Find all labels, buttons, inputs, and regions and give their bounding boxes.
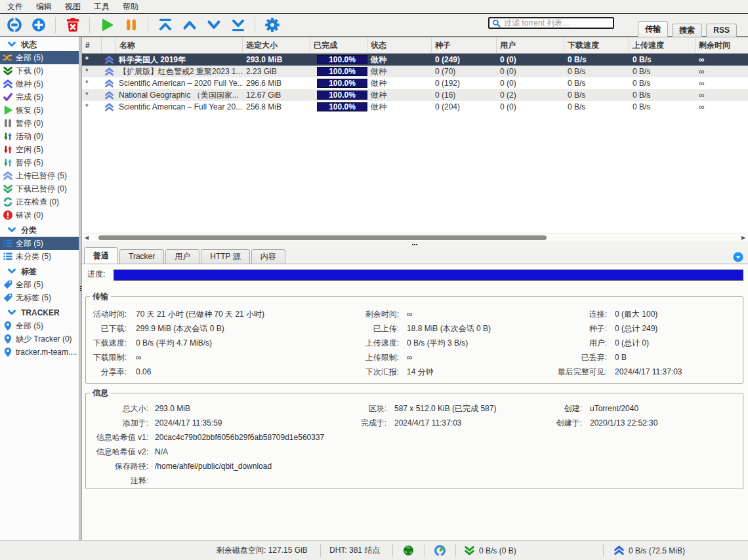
move-up-button[interactable]: [177, 15, 201, 35]
sidebar-item[interactable]: 暂停 (0): [0, 117, 79, 130]
field: 已丢弃: 0 B: [526, 352, 743, 363]
table-header-cell[interactable]: 上传速度: [629, 37, 696, 53]
menu-item[interactable]: 工具: [87, 0, 116, 13]
sidebar-item[interactable]: 活动 (0): [0, 130, 79, 143]
sidebar-item[interactable]: 全部 (5): [0, 319, 79, 332]
sidebar-item[interactable]: 空闲 (5): [0, 143, 79, 156]
delete-button[interactable]: [60, 15, 85, 35]
details-tab[interactable]: 内容: [251, 249, 285, 264]
table-row[interactable]: * National Geographic （美国国家... 12.67 GiB…: [82, 89, 748, 101]
menu-item[interactable]: 文件: [1, 0, 30, 13]
table-header-cell[interactable]: 剩余时间: [696, 37, 748, 53]
pause-button[interactable]: [119, 15, 143, 35]
updown-active-icon: [3, 131, 13, 142]
sidebar-item[interactable]: 恢复 (5): [0, 104, 79, 117]
table-header-cell[interactable]: 名称: [116, 37, 243, 53]
details-splitter[interactable]: [82, 241, 748, 247]
sidebar-item[interactable]: 错误 (0): [0, 209, 79, 222]
table-header-cell[interactable]: #: [82, 37, 102, 53]
field: 保存路径: /home/ahfei/public/qbit_download: [90, 461, 302, 472]
table-row[interactable]: * 【扩展版】红色警戒2 重聚2023 1.... 2.23 GiB 100.0…: [82, 66, 748, 77]
table-row[interactable]: * Scientific American – 2020 Full Ye... …: [82, 77, 748, 89]
main-tab[interactable]: 搜索: [672, 24, 702, 37]
sidebar-item[interactable]: tracker.m-team....: [0, 346, 79, 359]
add-torrent-file-button[interactable]: [26, 15, 51, 35]
details-tab[interactable]: Tracker: [119, 249, 164, 264]
sidebar-item[interactable]: 暂停 (5): [0, 156, 79, 169]
transfer-legend: 传输: [90, 291, 111, 302]
table-header-cell[interactable]: 选定大小: [243, 37, 310, 53]
field-label: 上传限制:: [309, 352, 399, 363]
tag-icon: [3, 292, 13, 303]
torrent-filter-searchbox[interactable]: [488, 17, 614, 29]
cell-queue: *: [82, 101, 102, 113]
right-panel: #名称选定大小已完成状态种子用户下载速度上传速度剩余时间 * 科学美国人 201…: [82, 37, 748, 540]
details-tab[interactable]: 普通: [84, 247, 118, 264]
table-header-cell[interactable]: 种子: [432, 37, 497, 53]
table-row[interactable]: * Scientific American – Full Year 20... …: [82, 101, 748, 113]
details-tab[interactable]: 用户: [165, 249, 199, 264]
globe-icon: [403, 545, 414, 556]
table-header-cell[interactable]: 下载速度: [564, 37, 629, 53]
options-button[interactable]: [260, 15, 284, 35]
collapse-details-button[interactable]: [733, 252, 743, 262]
main-tab[interactable]: RSS: [706, 24, 737, 37]
main-tab[interactable]: 传输: [638, 21, 668, 37]
sidebar-item[interactable]: 无标签 (5): [0, 291, 79, 304]
sidebar-item[interactable]: 下载已暂停 (0): [0, 182, 79, 195]
cell-status-icon: [102, 66, 116, 77]
connection-status[interactable]: [434, 541, 446, 560]
download-speed-status[interactable]: 0 B/s (0 B): [464, 541, 516, 560]
menu-item[interactable]: 视图: [58, 0, 87, 13]
scrollbar-thumb[interactable]: [98, 235, 547, 240]
field-label: 已上传:: [309, 323, 399, 334]
menu-item[interactable]: 帮助: [116, 0, 145, 13]
sidebar-item[interactable]: 全部 (5): [0, 237, 79, 250]
search-input[interactable]: [504, 18, 610, 28]
sidebar-item[interactable]: 正在检查 (0): [0, 195, 79, 209]
resume-button[interactable]: [94, 15, 119, 35]
field-value: 0 (总计 249): [615, 323, 657, 334]
move-bottom-button[interactable]: [226, 15, 250, 35]
move-top-button[interactable]: [153, 15, 177, 35]
move-down-button[interactable]: [201, 15, 226, 35]
statusbar-separator: [425, 544, 425, 557]
field: 已上传: 18.8 MiB (本次会话 0 B): [309, 323, 526, 334]
progress-bar: 100.0%: [317, 79, 367, 88]
sidebar-group-header[interactable]: 标签: [0, 265, 79, 278]
menu-item[interactable]: 编辑: [30, 0, 58, 13]
sidebar-group-header[interactable]: 分类: [0, 224, 79, 237]
field-value: 18.8 MiB (本次会话 0 B): [407, 323, 491, 334]
sidebar-item[interactable]: 全部 (5): [0, 278, 79, 291]
add-torrent-link-button[interactable]: [2, 15, 26, 35]
sidebar-group-header[interactable]: 状态: [0, 38, 79, 51]
table-header-cell[interactable]: 状态: [367, 37, 432, 53]
sidebar-item[interactable]: 缺少 Tracker (0): [0, 332, 79, 346]
field: 创建: uTorrent/2040: [519, 403, 743, 414]
network-status[interactable]: [403, 541, 414, 560]
sidebar-item[interactable]: 上传已暂停 (5): [0, 169, 79, 182]
cell-upspeed: 0 B/s: [629, 54, 696, 66]
sidebar-item[interactable]: 下载 (0): [0, 64, 79, 77]
table-header-cell[interactable]: 用户: [497, 37, 564, 53]
sidebar-item-label: 未分类 (5): [16, 251, 51, 262]
sidebar-group-header[interactable]: TRACKER: [0, 306, 79, 319]
free-disk-space-text: 剩余磁盘空间: 127.15 GiB: [217, 545, 308, 556]
sidebar-item[interactable]: 做种 (5): [0, 77, 79, 90]
sidebar-item[interactable]: 完成 (5): [0, 90, 79, 104]
table-header-cell[interactable]: 已完成: [310, 37, 367, 53]
table-row[interactable]: * 科学美国人 2019年 293.0 MiB 100.0% 做种 0 (249…: [82, 54, 748, 66]
field-value: 0 B/s (平均 3 B/s): [407, 338, 468, 349]
field: 剩余时间: ∞: [309, 309, 526, 320]
pin-icon: [3, 347, 13, 357]
sidebar-group-items: 全部 (5) 缺少 Tracker (0) tracker.m-team....: [0, 319, 79, 359]
upload-speed-status[interactable]: 0 B/s (72.5 MiB): [613, 541, 685, 560]
field-label: 创建:: [519, 403, 582, 414]
table-header-cell[interactable]: [102, 37, 116, 53]
cell-users: 0 (2): [497, 89, 564, 101]
horizontal-scrollbar[interactable]: ◀ ▶: [82, 233, 748, 241]
sidebar-item[interactable]: 未分类 (5): [0, 250, 79, 263]
sidebar-item[interactable]: 全部 (5): [0, 51, 79, 64]
chevrons-up-icon: [3, 170, 13, 181]
details-tab[interactable]: HTTP 源: [201, 249, 249, 264]
